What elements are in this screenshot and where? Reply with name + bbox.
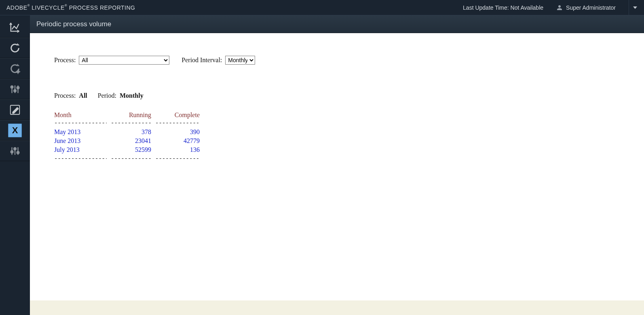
chart-icon [9,21,21,33]
sliders-icon [9,83,21,95]
process-select[interactable]: All [79,56,169,65]
top-right: Last Update Time: Not Available Super Ad… [463,0,641,15]
cell-month: June 2013 [54,136,107,145]
last-update: Last Update Time: Not Available [463,4,543,11]
last-update-value: Not Available [511,4,543,11]
user-icon [556,4,563,11]
content: Process: All Period Interval: Monthly Pr… [30,33,644,315]
sidebar-item-close[interactable]: X [0,120,30,141]
brand-product: PROCESS REPORTING [69,4,135,11]
sidebar-item-chart[interactable] [0,17,30,38]
chevron-down-icon [633,6,637,10]
svg-point-6 [17,86,19,89]
summary-period-value: Monthly [120,92,144,99]
svg-point-0 [17,70,20,73]
process-label: Process: [54,57,76,63]
cell-running: 378 [111,128,151,136]
table-row: July 2013 52599 136 [54,145,620,154]
footer-strip [30,300,644,315]
svg-point-13 [17,151,19,153]
filter-period: Period Interval: Monthly [182,56,255,65]
table-row: May 2013 378 390 [54,128,620,136]
refresh-settings-icon [9,63,21,75]
th-complete: Complete [155,111,200,119]
table-divider: ------------------ ------------------ --… [54,154,620,163]
period-label: Period Interval: [182,57,222,63]
svg-point-9 [11,151,13,153]
top-bar: ADOBE® LIVECYCLE® PROCESS REPORTING Last… [0,0,644,15]
brand-adobe: ADOBE [6,4,27,11]
user-name: Super Administrator [566,4,616,11]
sidebar-item-refresh[interactable] [0,38,30,58]
edit-icon [9,104,21,116]
report-table: Month Running Complete -----------------… [54,111,620,164]
table-divider: ------------------ ------------------ --… [54,119,620,128]
cell-month: July 2013 [54,145,107,154]
cell-month: May 2013 [54,128,107,136]
table-header-row: Month Running Complete [54,111,620,119]
user-menu-button[interactable] [629,0,641,15]
user-block[interactable]: Super Administrator [553,4,619,11]
last-update-label: Last Update Time: [463,4,509,11]
summary-process-value: All [79,92,87,99]
period-select[interactable]: Monthly [225,56,255,65]
close-icon-box: X [8,124,22,137]
cell-running: 52599 [111,145,151,154]
cell-complete: 42779 [155,136,200,145]
th-month: Month [54,111,107,119]
cell-complete: 136 [155,145,200,154]
registered-icon: ® [27,4,30,7]
th-running: Running [111,111,151,119]
cell-running: 23041 [111,136,151,145]
filter-bar: Process: All Period Interval: Monthly [54,56,620,65]
summary-period-label: Period: [98,92,116,99]
sidebar-item-sliders-2[interactable] [0,141,30,161]
svg-point-4 [14,89,16,92]
sidebar: X [0,15,30,315]
cell-complete: 390 [155,128,200,136]
filter-process: Process: All [54,56,169,65]
refresh-icon [9,42,21,54]
section-header: Periodic process volume [30,15,644,33]
summary-line: Process: All Period: Monthly [54,92,620,99]
sidebar-item-refresh-settings[interactable] [0,58,30,79]
registered-icon: ® [65,4,67,7]
summary-process-label: Process: [54,92,76,99]
svg-point-11 [14,147,16,150]
main: Periodic process volume Process: All Per… [30,15,644,315]
table-row: June 2013 23041 42779 [54,136,620,145]
close-icon: X [12,125,18,136]
brand: ADOBE® LIVECYCLE® PROCESS REPORTING [6,4,135,11]
sidebar-item-edit[interactable] [0,99,30,120]
brand-livecycle: LIVECYCLE [32,4,65,11]
page-title: Periodic process volume [36,20,111,28]
svg-point-2 [11,86,13,88]
sliders2-icon [9,145,21,157]
sidebar-item-sliders[interactable] [0,79,30,99]
